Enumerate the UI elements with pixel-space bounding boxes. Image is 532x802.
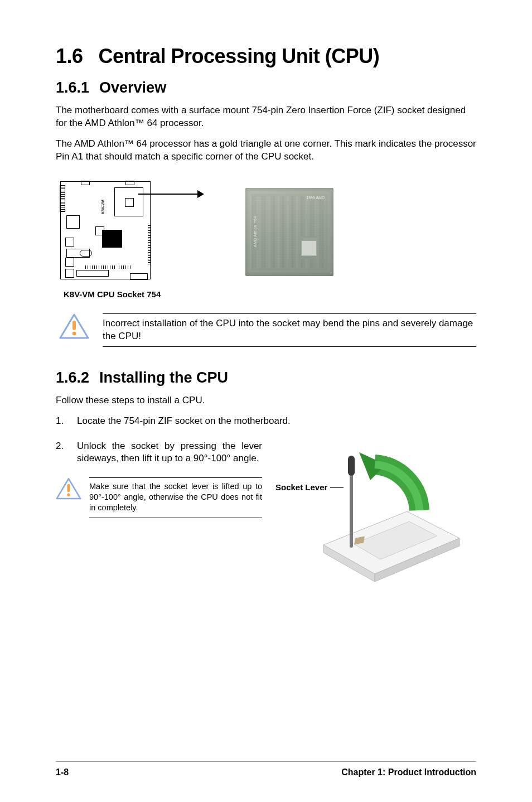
cpu-die-icon — [301, 240, 317, 256]
step-1: 1. Locate the 754-pin ZIF socket on the … — [56, 415, 476, 428]
svg-point-2 — [72, 331, 76, 335]
page-number: 1-8 — [56, 767, 69, 777]
step-text: Unlock the socket by pressing the lever … — [77, 440, 262, 466]
warning-box: Incorrect installation of the CPU into t… — [59, 313, 476, 347]
cpu-side-marking: AMD Athlon™64 — [253, 216, 258, 247]
cpu-top-marking: 1999 AMD — [306, 196, 325, 200]
chapter-label: Chapter 1: Product Introduction — [341, 767, 476, 777]
step-number: 1. — [56, 415, 68, 428]
board-model-label: K8V-VM — [101, 200, 105, 214]
svg-rect-4 — [67, 484, 70, 492]
warning-icon — [56, 477, 81, 501]
overview-paragraph-1: The motherboard comes with a surface mou… — [56, 104, 476, 130]
heading-title: Central Processing Unit (CPU) — [99, 45, 380, 67]
mini-warning-text: Make sure that the socket lever is lifte… — [89, 477, 262, 518]
svg-rect-1 — [72, 321, 76, 330]
socket-illustration — [275, 440, 476, 591]
svg-point-5 — [67, 494, 70, 497]
section-number: 1.6.1 — [56, 79, 89, 96]
page-heading: 1.6Central Processing Unit (CPU) — [56, 45, 476, 68]
figure-row: K8V-VM 1999 AMD AMD Athlon™64 — [56, 179, 476, 285]
page-footer: 1-8 Chapter 1: Product Introduction — [56, 761, 476, 777]
step-text: Locate the 754-pin ZIF socket on the mot… — [77, 415, 476, 428]
overview-paragraph-2: The AMD Athlon™ 64 processor has a gold … — [56, 138, 476, 163]
svg-rect-12 — [348, 456, 355, 476]
install-intro: Follow these steps to install a CPU. — [56, 394, 476, 407]
section-number: 1.6.2 — [56, 369, 89, 386]
warning-text: Incorrect installation of the CPU into t… — [103, 317, 476, 347]
heading-number: 1.6 — [56, 45, 83, 68]
section-overview-heading: 1.6.1Overview — [56, 79, 476, 96]
socket-lever-label: Socket Lever — [275, 482, 327, 492]
cpu-socket-icon — [114, 187, 143, 216]
label-leader-line — [330, 487, 344, 489]
cpu-photo: 1999 AMD AMD Athlon™64 — [245, 188, 333, 276]
section-install-heading: 1.6.2Installing the CPU — [56, 369, 476, 386]
section-title: Installing the CPU — [99, 369, 228, 386]
figure-caption: K8V-VM CPU Socket 754 — [64, 289, 476, 299]
socket-lever-figure: Socket Lever — [275, 440, 476, 591]
arrow-line — [138, 194, 200, 195]
warning-icon — [59, 313, 89, 340]
motherboard-diagram: K8V-VM — [56, 179, 156, 285]
step-2: 2. Unlock the socket by pressing the lev… — [56, 440, 262, 466]
step-number: 2. — [56, 440, 68, 466]
section-title: Overview — [99, 79, 166, 96]
mini-warning-box: Make sure that the socket lever is lifte… — [56, 477, 262, 518]
arrow-head-icon — [197, 190, 204, 198]
